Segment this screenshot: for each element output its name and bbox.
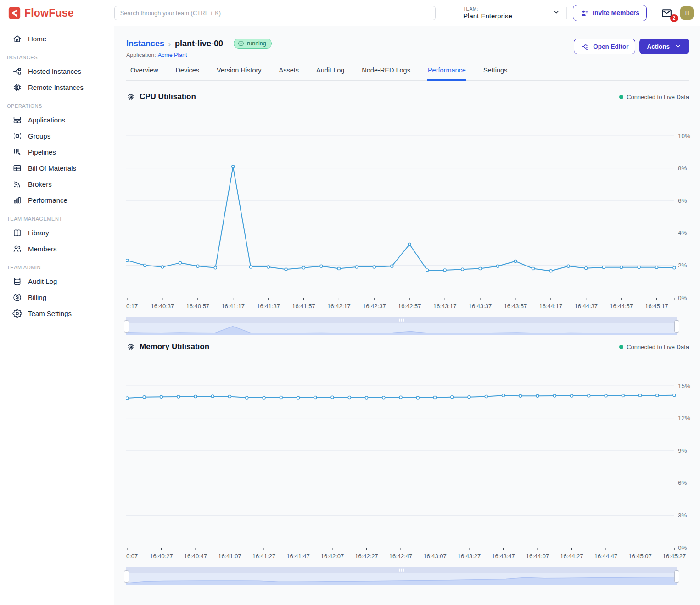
- svg-text:16:42:27: 16:42:27: [355, 553, 378, 560]
- sidebar-item-label: Bill Of Materials: [28, 164, 76, 172]
- svg-text:16:41:47: 16:41:47: [286, 553, 310, 560]
- svg-text:3%: 3%: [678, 512, 687, 519]
- sidebar-heading-team-admin: TEAM ADMIN: [0, 257, 114, 273]
- cpu-section: CPU Utilisation Connected to Live Data 0…: [126, 92, 689, 335]
- invite-members-button[interactable]: Invite Members: [573, 5, 647, 21]
- memory-chip-icon: [126, 342, 135, 351]
- avatar[interactable]: fl: [680, 6, 694, 20]
- chevron-down-icon: [552, 8, 560, 18]
- tab-settings[interactable]: Settings: [483, 67, 508, 81]
- svg-text:6%: 6%: [678, 479, 687, 486]
- header-divider: [566, 7, 567, 19]
- sidebar-heading-team-management: TEAM MANAGEMENT: [0, 208, 114, 225]
- play-circle-icon: [238, 40, 244, 47]
- sidebar-item-audit-log[interactable]: Audit Log: [0, 273, 114, 289]
- svg-text:16:41:17: 16:41:17: [221, 303, 245, 310]
- tab-performance[interactable]: Performance: [427, 67, 466, 81]
- sidebar-heading-instances: INSTANCES: [0, 47, 114, 63]
- svg-text:16:41:07: 16:41:07: [218, 553, 241, 560]
- memory-utilisation-chart: 0%3%6%9%12%15%0:0716:40:2716:40:4716:41:…: [126, 356, 698, 562]
- cpu-section-title: CPU Utilisation: [140, 92, 196, 101]
- breadcrumb-instances-link[interactable]: Instances: [126, 39, 164, 49]
- sidebar-item-label: Library: [28, 229, 49, 237]
- svg-text:16:44:47: 16:44:47: [594, 553, 618, 560]
- team-settings-icon: [12, 309, 22, 318]
- pipelines-icon: [12, 147, 22, 157]
- open-editor-button[interactable]: Open Editor: [574, 39, 635, 54]
- svg-text:16:44:17: 16:44:17: [539, 303, 563, 310]
- sidebar-item-bill-of-materials[interactable]: Bill Of Materials: [0, 160, 114, 176]
- audit-log-icon: [12, 277, 22, 286]
- breadcrumb-separator: ›: [168, 40, 171, 48]
- tab-bar: OverviewDevicesVersion HistoryAssetsAudi…: [126, 67, 689, 81]
- tab-devices[interactable]: Devices: [175, 67, 200, 81]
- hosted-instances-icon: [12, 67, 22, 76]
- svg-text:16:44:27: 16:44:27: [560, 553, 583, 560]
- team-selector[interactable]: TEAM: Plant Enterprise: [463, 6, 560, 20]
- flowfuse-logo[interactable]: FlowFuse: [8, 7, 74, 19]
- tab-overview[interactable]: Overview: [130, 67, 158, 81]
- svg-text:16:45:07: 16:45:07: [628, 553, 652, 560]
- svg-text:0%: 0%: [678, 294, 687, 301]
- svg-text:16:45:17: 16:45:17: [645, 303, 668, 310]
- sidebar-item-applications[interactable]: Applications: [0, 112, 114, 128]
- svg-text:4%: 4%: [678, 229, 687, 236]
- svg-text:16:43:27: 16:43:27: [458, 553, 481, 560]
- tab-assets[interactable]: Assets: [279, 67, 300, 81]
- sidebar-item-brokers[interactable]: Brokers: [0, 176, 114, 192]
- svg-text:9%: 9%: [678, 447, 687, 454]
- main-content: Instances › plant-live-00 running Applic…: [114, 26, 700, 605]
- memory-chart-brush[interactable]: [126, 567, 677, 585]
- sidebar-item-performance[interactable]: Performance: [0, 192, 114, 208]
- sidebar-item-remote-instances[interactable]: Remote Instances: [0, 79, 114, 95]
- header-divider: [457, 7, 457, 19]
- tab-node-red-logs[interactable]: Node-RED Logs: [361, 67, 411, 81]
- svg-text:0%: 0%: [678, 544, 687, 551]
- sidebar-item-team-settings[interactable]: Team Settings: [0, 305, 114, 322]
- sidebar-item-label: Home: [28, 35, 46, 43]
- notifications-button[interactable]: 2: [659, 6, 674, 20]
- tab-version-history[interactable]: Version History: [216, 67, 262, 81]
- notification-badge: 2: [670, 14, 678, 22]
- breadcrumb: Instances › plant-live-00 running: [126, 39, 272, 49]
- tab-audit-log[interactable]: Audit Log: [316, 67, 345, 81]
- svg-text:16:42:07: 16:42:07: [321, 553, 344, 560]
- user-plus-icon: [580, 9, 589, 17]
- svg-text:16:43:07: 16:43:07: [423, 553, 447, 560]
- memory-section: Memory Utilisation Connected to Live Dat…: [126, 342, 689, 585]
- flowfuse-logo-icon: [8, 7, 21, 19]
- application-link[interactable]: Acme Plant: [158, 52, 187, 58]
- sidebar-item-hosted-instances[interactable]: Hosted Instances: [0, 63, 114, 79]
- svg-text:0:17: 0:17: [126, 303, 138, 310]
- svg-text:16:42:57: 16:42:57: [398, 303, 421, 310]
- brokers-icon: [12, 179, 22, 189]
- page-title: plant-live-00: [175, 39, 223, 49]
- team-name: Plant Enterprise: [463, 12, 512, 20]
- svg-text:16:41:57: 16:41:57: [292, 303, 315, 310]
- brand-name: FlowFuse: [24, 7, 74, 19]
- svg-text:16:43:57: 16:43:57: [504, 303, 527, 310]
- team-label: TEAM:: [463, 6, 512, 11]
- svg-text:16:41:27: 16:41:27: [252, 553, 276, 560]
- sidebar-item-label: Hosted Instances: [28, 67, 81, 75]
- svg-text:16:42:47: 16:42:47: [389, 553, 413, 560]
- sidebar-item-label: Pipelines: [28, 148, 56, 156]
- performance-icon: [12, 195, 22, 205]
- cpu-utilisation-chart: 0%2%4%6%8%10%0:1716:40:3716:40:5716:41:1…: [126, 106, 698, 312]
- bill-of-materials-icon: [12, 163, 22, 173]
- cpu-chart-brush[interactable]: [126, 317, 677, 335]
- sidebar-item-label: Performance: [28, 196, 67, 204]
- header-divider: [653, 7, 653, 19]
- svg-text:16:45:27: 16:45:27: [663, 553, 686, 560]
- sidebar-item-billing[interactable]: Billing: [0, 289, 114, 305]
- sidebar-item-home[interactable]: Home: [0, 31, 114, 47]
- sidebar-item-members[interactable]: Members: [0, 241, 114, 257]
- actions-button[interactable]: Actions: [639, 39, 689, 54]
- sidebar-item-groups[interactable]: Groups: [0, 128, 114, 144]
- billing-icon: [12, 293, 22, 302]
- sidebar-item-pipelines[interactable]: Pipelines: [0, 144, 114, 160]
- applications-icon: [12, 115, 22, 125]
- svg-text:16:43:37: 16:43:37: [469, 303, 492, 310]
- sidebar-item-library[interactable]: Library: [0, 225, 114, 241]
- search-input[interactable]: [114, 6, 436, 20]
